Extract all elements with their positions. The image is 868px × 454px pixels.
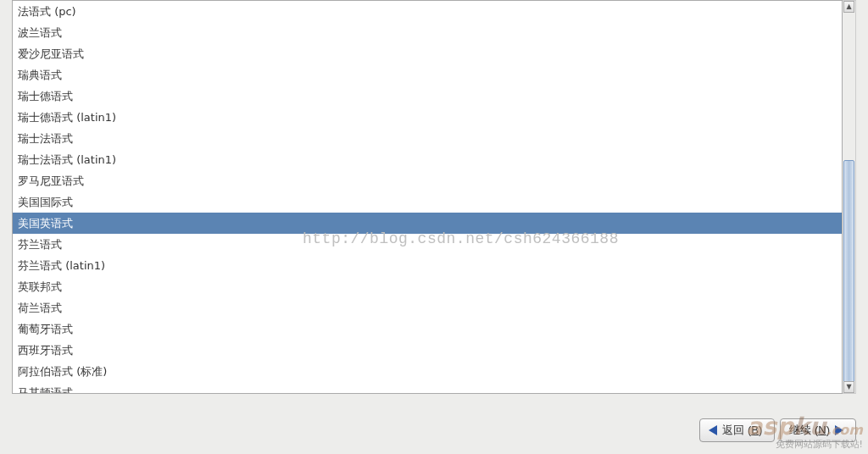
list-item[interactable]: 爱沙尼亚语式: [13, 43, 842, 64]
list-item[interactable]: 西班牙语式: [13, 340, 842, 361]
scroll-up-button[interactable]: ▲: [843, 1, 854, 13]
list-item[interactable]: 荷兰语式: [13, 297, 842, 318]
list-item[interactable]: 美国国际式: [13, 191, 842, 213]
scrollbar-thumb[interactable]: [843, 160, 854, 384]
list-item[interactable]: 葡萄牙语式: [13, 318, 842, 340]
scrollbar[interactable]: ▲ ▼: [843, 0, 856, 394]
arrow-right-icon: [835, 425, 843, 435]
back-button-label: 返回 (B): [722, 423, 762, 438]
scrollbar-track[interactable]: [843, 14, 854, 380]
list-item[interactable]: 波兰语式: [13, 22, 842, 43]
list-item[interactable]: 瑞典语式: [13, 64, 842, 86]
list-item[interactable]: 马其顿语式: [13, 382, 842, 394]
list-item[interactable]: 法语式 (pc): [13, 1, 842, 22]
list-item[interactable]: 瑞士法语式 (latin1): [13, 149, 842, 170]
next-button[interactable]: 继续 (N): [780, 418, 856, 442]
list-item[interactable]: 瑞士德语式: [13, 86, 842, 107]
listbox-container: 法语式 (pc)波兰语式爱沙尼亚语式瑞典语式瑞士德语式瑞士德语式 (latin1…: [12, 0, 856, 394]
keyboard-layout-listbox[interactable]: 法语式 (pc)波兰语式爱沙尼亚语式瑞典语式瑞士德语式瑞士德语式 (latin1…: [12, 0, 843, 394]
next-button-label: 继续 (N): [789, 423, 830, 438]
list-item[interactable]: 美国英语式: [13, 213, 842, 234]
scroll-down-button[interactable]: ▼: [843, 381, 854, 393]
list-item[interactable]: 阿拉伯语式 (标准): [13, 361, 842, 382]
list-item[interactable]: 芬兰语式 (latin1): [13, 255, 842, 276]
back-button[interactable]: 返回 (B): [699, 418, 775, 442]
list-item[interactable]: 芬兰语式: [13, 234, 842, 255]
list-item[interactable]: 瑞士德语式 (latin1): [13, 107, 842, 128]
list-item[interactable]: 瑞士法语式: [13, 128, 842, 149]
button-bar: 返回 (B) 继续 (N): [699, 418, 856, 442]
list-item[interactable]: 英联邦式: [13, 276, 842, 297]
arrow-left-icon: [709, 425, 717, 435]
list-item[interactable]: 罗马尼亚语式: [13, 170, 842, 191]
